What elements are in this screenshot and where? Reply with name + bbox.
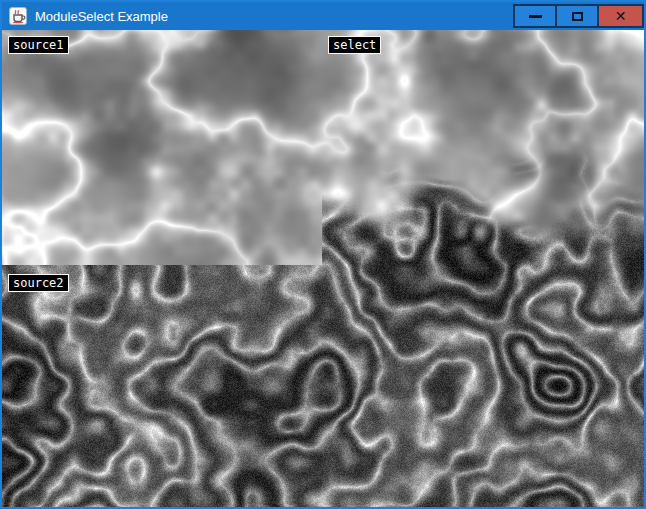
noise-render-canvas xyxy=(2,30,644,507)
window-controls: ✕ xyxy=(515,2,644,30)
minimize-button[interactable] xyxy=(513,4,557,28)
label-source2: source2 xyxy=(8,274,69,292)
maximize-button[interactable] xyxy=(555,4,599,28)
close-icon: ✕ xyxy=(615,9,627,23)
java-app-icon xyxy=(9,7,27,25)
maximize-icon xyxy=(572,12,583,21)
titlebar[interactable]: ModuleSelect Example ✕ xyxy=(2,2,644,30)
window-title: ModuleSelect Example xyxy=(35,9,168,24)
close-button[interactable]: ✕ xyxy=(597,4,644,28)
label-select: select xyxy=(328,36,381,54)
label-source1: source1 xyxy=(8,36,69,54)
app-window: ModuleSelect Example ✕ source1 select so… xyxy=(0,0,646,509)
client-area xyxy=(2,30,644,507)
minimize-icon xyxy=(529,15,542,18)
